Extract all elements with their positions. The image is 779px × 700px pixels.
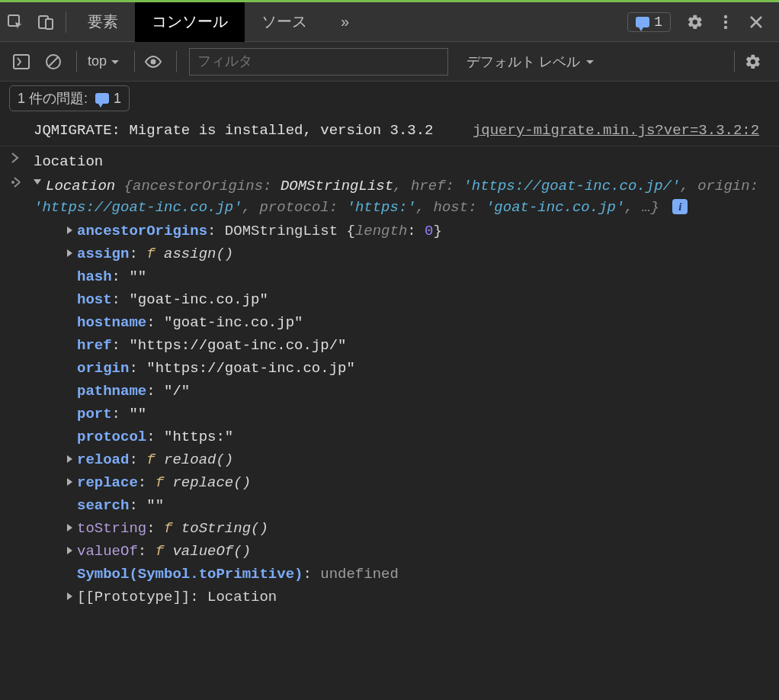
log-text: JQMIGRATE: Migrate is installed, version… [34, 122, 434, 139]
issues-chip-count: 1 [114, 91, 121, 107]
info-icon[interactable]: i [672, 199, 688, 214]
property-value: assign() [164, 246, 233, 262]
log-row-input: location [0, 146, 779, 174]
property-value: "goat-inc.co.jp" [129, 291, 268, 308]
context-selector[interactable]: top [82, 50, 127, 72]
issues-chip-label: 1 件の問題: [18, 89, 88, 108]
property-value: "" [129, 268, 146, 285]
property-key: Symbol(Symbol.toPrimitive) [77, 566, 303, 583]
expand-toggle-icon[interactable] [67, 455, 72, 463]
property-row: Symbol(Symbol.toPrimitive): undefined [67, 563, 768, 586]
tab-label: コンソール [152, 11, 228, 32]
property-value: "goat-inc.co.jp" [164, 314, 303, 331]
gear-icon [745, 53, 761, 70]
property-row[interactable]: assign: f assign() [67, 242, 768, 265]
toolbar-separator [176, 51, 177, 72]
expand-toggle-icon[interactable] [67, 249, 72, 257]
expand-toggle-icon[interactable] [34, 179, 41, 188]
sidebar-toggle-button[interactable] [8, 48, 35, 75]
object-preview[interactable]: Location {ancestorOrigins: DOMStringList… [34, 175, 768, 218]
issues-icon [95, 93, 109, 104]
tab-elements[interactable]: 要素 [71, 2, 135, 42]
property-value: undefined [320, 566, 399, 583]
log-level-label: デフォルト レベル [466, 53, 580, 71]
log-output[interactable]: Location {ancestorOrigins: DOMStringList… [34, 175, 768, 608]
inspect-button[interactable] [0, 2, 30, 42]
property-value: replace() [172, 474, 251, 491]
property-key: host [77, 291, 112, 308]
issues-icon [636, 17, 649, 27]
svg-point-3 [724, 14, 727, 18]
svg-point-8 [151, 59, 156, 64]
chevron-right-icon [11, 153, 20, 163]
input-gutter [11, 151, 34, 172]
property-key: assign [77, 246, 129, 262]
toolbar-separator [134, 51, 135, 72]
tab-label: » [341, 13, 349, 31]
log-level-selector[interactable]: デフォルト レベル [466, 53, 595, 71]
property-row: origin: "https://goat-inc.co.jp" [67, 357, 768, 380]
issues-pill[interactable]: 1 [627, 12, 671, 32]
log-row-output: Location {ancestorOrigins: DOMStringList… [0, 174, 779, 613]
property-value: reload() [164, 451, 233, 468]
sidebar-icon [13, 54, 30, 69]
property-value: "/" [164, 383, 190, 400]
device-toggle-button[interactable] [30, 2, 61, 42]
property-key: origin [77, 360, 129, 377]
inspect-icon [7, 14, 24, 31]
more-button[interactable] [710, 2, 741, 42]
property-row[interactable]: toString: f toString() [67, 517, 768, 540]
source-link[interactable]: jquery-migrate.min.js?ver=3.3.2:2 [473, 122, 759, 139]
live-expression-button[interactable] [139, 48, 167, 75]
output-gutter [11, 175, 34, 608]
property-row[interactable]: replace: f replace() [67, 471, 768, 494]
close-button[interactable] [741, 2, 771, 42]
property-row[interactable]: reload: f reload() [67, 448, 768, 471]
property-key: reload [77, 451, 129, 468]
clear-console-button[interactable] [40, 48, 67, 75]
expand-toggle-icon[interactable] [67, 524, 72, 531]
expand-toggle-icon[interactable] [67, 226, 72, 234]
tabs-container: 要素 コンソール ソース » [71, 2, 627, 42]
chevron-down-icon [110, 56, 120, 67]
obj-type: Location [46, 178, 115, 194]
issues-count: 1 [654, 14, 662, 30]
console-settings-button[interactable] [739, 48, 767, 75]
tab-sources[interactable]: ソース [245, 2, 324, 42]
tab-label: 要素 [88, 11, 118, 32]
property-value: DOMStringList { [225, 223, 355, 239]
gear-icon [687, 14, 704, 31]
expand-toggle-icon[interactable] [67, 592, 72, 600]
property-value: valueOf() [172, 543, 251, 560]
tab-overflow[interactable]: » [324, 2, 366, 42]
property-row[interactable]: ancestorOrigins: DOMStringList {length: … [67, 220, 768, 242]
property-value: "https:" [164, 429, 233, 445]
issues-chip[interactable]: 1 件の問題: 1 [9, 85, 130, 111]
filter-input[interactable] [189, 48, 448, 75]
console-input-echo: location [34, 151, 768, 172]
property-row[interactable]: [[Prototype]]: Location [67, 586, 768, 608]
property-list: ancestorOrigins: DOMStringList {length: … [67, 220, 768, 608]
property-value: Location [207, 589, 277, 605]
property-key: valueOf [77, 543, 138, 560]
expand-toggle-icon[interactable] [67, 478, 72, 486]
eye-icon [144, 55, 162, 69]
property-value: "https://goat-inc.co.jp/" [129, 337, 346, 354]
property-row: protocol: "https:" [67, 425, 768, 448]
property-key: hash [77, 268, 112, 285]
toolbar-separator [66, 11, 66, 33]
property-key: toString [77, 520, 146, 537]
expand-toggle-icon[interactable] [67, 547, 72, 554]
tab-console[interactable]: コンソール [135, 2, 245, 42]
log-message: JQMIGRATE: Migrate is installed, version… [34, 120, 768, 141]
property-row: href: "https://goat-inc.co.jp/" [67, 334, 768, 357]
property-key: ancestorOrigins [77, 223, 207, 239]
property-row[interactable]: valueOf: f valueOf() [67, 540, 768, 563]
settings-button[interactable] [680, 2, 710, 42]
property-key: search [77, 497, 129, 514]
property-value: "https://goat-inc.co.jp" [146, 360, 355, 377]
close-icon [749, 14, 764, 30]
property-key: replace [77, 474, 138, 491]
return-icon [11, 177, 21, 188]
log-gutter [11, 120, 34, 141]
